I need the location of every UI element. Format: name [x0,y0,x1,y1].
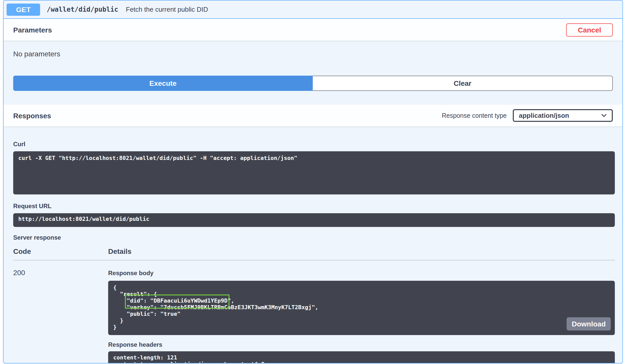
response-content-type-wrapper: Response content type application/json [442,109,613,122]
parameters-body: No parameters [4,41,622,76]
page: GET /wallet/did/public Fetch the current… [0,0,626,364]
endpoint-description: Fetch the current public DID [126,6,208,13]
endpoint-path: /wallet/did/public [47,6,118,13]
execute-button[interactable]: Execute [13,76,313,91]
response-details-cell: Response body { "result": { "did": "DBFa… [108,269,615,363]
responses-section-header: Responses Response content type applicat… [4,105,622,126]
code-column-header: Code [13,247,108,255]
response-table-header: Code Details [13,245,615,260]
http-method-badge: GET [7,3,40,15]
parameters-title: Parameters [13,26,52,34]
response-row: 200 Response body { "result": { "did": "… [13,260,615,363]
response-content-type-label: Response content type [442,112,507,119]
response-content-type-value: application/json [519,112,569,119]
response-headers-label: Response headers [108,341,615,348]
chevron-down-icon [601,114,607,117]
endpoint-summary[interactable]: GET /wallet/did/public Fetch the current… [4,1,622,19]
request-url-value: http://localhost:8021/wallet/did/public [13,213,615,227]
no-parameters-message: No parameters [13,50,613,58]
download-button[interactable]: Download [567,317,611,330]
execute-button-row: Execute Clear [4,76,622,105]
response-status-code: 200 [13,269,108,363]
response-body-label: Response body [108,270,615,277]
response-headers-text: content-length: 121 content-type: applic… [108,351,615,363]
responses-title: Responses [13,111,51,120]
curl-command: curl -X GET "http://localhost:8021/walle… [13,151,615,194]
details-column-header: Details [108,247,615,255]
parameters-section-header: Parameters Cancel [4,19,622,41]
response-content-type-select[interactable]: application/json [513,109,613,122]
cancel-button[interactable]: Cancel [566,23,613,36]
response-body-wrapper: { "result": { "did": "DBFaacuLi6uYWDwd1Y… [108,281,615,335]
responses-body: Curl curl -X GET "http://localhost:8021/… [4,126,622,363]
opblock-get-wallet-did-public: GET /wallet/did/public Fetch the current… [3,0,623,363]
response-body-json: { "result": { "did": "DBFaacuLi6uYWDwd1Y… [108,281,615,335]
clear-button[interactable]: Clear [313,76,613,91]
server-response-label: Server response [13,234,615,241]
curl-label: Curl [13,141,615,148]
request-url-label: Request URL [13,203,615,210]
